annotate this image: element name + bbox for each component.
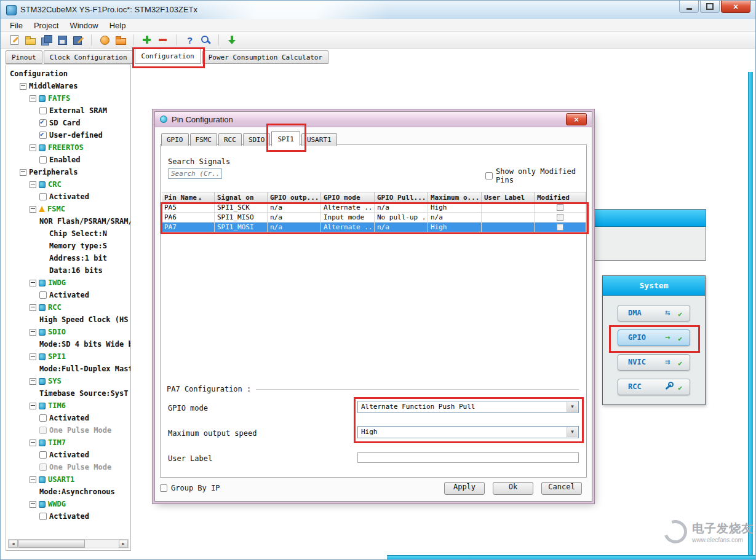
expander-icon[interactable] — [30, 403, 36, 409]
horizontal-scrollbar[interactable]: ◄ ► — [8, 539, 129, 548]
tree-item-iwdg[interactable]: IWDG — [6, 277, 130, 289]
generate-code-icon[interactable] — [98, 34, 111, 46]
tree-item-one-pulse-mode[interactable]: One Pulse Mode — [6, 461, 130, 473]
tab-power-consumption-calculator[interactable]: Power Consumption Calculator — [202, 50, 328, 64]
tree-item-user-defined[interactable]: User-defined — [6, 129, 130, 141]
tree-item-rcc[interactable]: RCC — [6, 301, 130, 314]
modified-checkbox[interactable] — [557, 204, 563, 211]
system-button-gpio[interactable]: GPIO✔ — [618, 329, 690, 346]
tree-item-crc[interactable]: CRC — [6, 178, 130, 191]
checkbox[interactable] — [39, 451, 47, 459]
tree-item-activated[interactable]: Activated — [6, 449, 130, 461]
apply-button[interactable]: Apply — [444, 482, 485, 495]
save-icon[interactable] — [56, 34, 68, 46]
expander-icon[interactable] — [20, 169, 26, 176]
expander-icon[interactable] — [30, 280, 36, 286]
pin-tab-usart1[interactable]: USART1 — [301, 133, 337, 146]
tree-item-fatfs[interactable]: FATFS — [6, 92, 130, 105]
checkbox[interactable] — [39, 119, 47, 127]
tree-item-enabled[interactable]: Enabled — [6, 154, 130, 166]
tree-item-fsmc[interactable]: FSMC — [6, 203, 130, 215]
expander-icon[interactable] — [30, 476, 36, 483]
tree-item-peripherals[interactable]: Peripherals — [6, 166, 130, 178]
pin-tab-fsmc[interactable]: FSMC — [190, 133, 218, 146]
tab-configuration[interactable]: Configuration — [135, 49, 201, 64]
tree-item-tim7[interactable]: TIM7 — [6, 436, 130, 449]
tree-item-activated[interactable]: Activated — [6, 289, 130, 301]
pin-tab-sdio[interactable]: SDIO — [243, 133, 271, 146]
tree-item-activated[interactable]: Activated — [6, 510, 130, 523]
pin-tab-gpio[interactable]: GPIO — [161, 133, 189, 146]
tree-item-high-speed-clock-hs[interactable]: High Speed Clock (HS — [6, 314, 130, 326]
download-icon[interactable] — [226, 34, 238, 46]
close-button[interactable] — [721, 1, 750, 13]
checkbox[interactable] — [39, 513, 47, 520]
search-input[interactable] — [168, 168, 222, 179]
tree-item-usart1[interactable]: USART1 — [6, 473, 130, 486]
scroll-right-arrow-icon[interactable]: ► — [119, 540, 128, 548]
column-header-modified[interactable]: Modified — [535, 192, 586, 202]
expander-icon[interactable] — [30, 95, 36, 102]
tree-item-mode-asynchronous[interactable]: Mode:Asynchronous — [6, 486, 130, 498]
expander-icon[interactable] — [30, 304, 36, 311]
column-header-gpio-mode[interactable]: GPIO mode — [321, 192, 375, 202]
expander-icon[interactable] — [30, 144, 36, 151]
tree-item-wwdg[interactable]: WWDG — [6, 498, 130, 510]
tree-item-activated[interactable]: Activated — [6, 412, 130, 424]
help-icon[interactable] — [183, 34, 196, 46]
update-project-icon[interactable] — [114, 34, 127, 46]
checkbox[interactable] — [39, 427, 47, 434]
add-icon[interactable] — [141, 34, 153, 46]
tab-pinout[interactable]: Pinout — [6, 50, 42, 64]
checkbox[interactable] — [39, 132, 47, 139]
scroll-left-arrow-icon[interactable]: ◄ — [9, 540, 18, 548]
expander-icon[interactable] — [30, 378, 36, 385]
minimize-button[interactable] — [679, 1, 699, 13]
tree-item-activated[interactable]: Activated — [6, 191, 130, 203]
tree-item-timebase-source-syst[interactable]: Timebase Source:SysT — [6, 387, 130, 400]
table-row-pa5[interactable]: PA5SPI1_SCKn/aAlternate ...n/aHigh — [162, 203, 586, 213]
new-file-icon[interactable] — [8, 34, 20, 46]
column-header-pin-name[interactable]: Pin Name▲ — [162, 192, 215, 202]
column-header-signal-on[interactable]: Signal on — [215, 192, 268, 202]
system-button-rcc[interactable]: RCC✔ — [618, 379, 690, 395]
group-by-ip-checkbox[interactable] — [160, 484, 167, 492]
tree-item-address-1-bit[interactable]: Address:1 bit — [6, 252, 130, 264]
table-row-pa7[interactable]: PA7SPI1_MOSIn/aAlternate ...n/aHigh — [162, 223, 586, 232]
cancel-button[interactable]: Cancel — [541, 482, 582, 495]
tree-item-tim6[interactable]: TIM6 — [6, 400, 130, 412]
checkbox[interactable] — [39, 414, 47, 422]
system-button-nvic[interactable]: NVIC✔ — [618, 354, 690, 371]
tab-clock-configuration[interactable]: Clock Configuration — [44, 50, 133, 64]
tree-item-nor-flash-psram-sram-ro[interactable]: NOR Flash/PSRAM/SRAM/RO — [6, 215, 130, 227]
pin-tab-rcc[interactable]: RCC — [218, 133, 242, 146]
table-row-pa6[interactable]: PA6SPI1_MISOn/aInput modeNo pull-up ...n… — [162, 213, 586, 223]
modified-checkbox[interactable] — [557, 224, 563, 231]
tree-item-mode-full-duplex-maste[interactable]: Mode:Full-Duplex Maste — [6, 363, 130, 375]
menu-project[interactable]: Project — [28, 21, 64, 30]
tree-item-one-pulse-mode[interactable]: One Pulse Mode — [6, 424, 130, 436]
user-label-input[interactable] — [357, 452, 579, 463]
open-icon[interactable] — [24, 34, 36, 46]
checkbox[interactable] — [39, 107, 47, 114]
tree-item-configuration[interactable]: Configuration — [6, 68, 130, 80]
expander-icon[interactable] — [30, 353, 36, 360]
tree-item-memory-type-s[interactable]: Memory type:S — [6, 240, 130, 252]
expander-icon[interactable] — [30, 329, 36, 336]
system-button-dma[interactable]: DMA✔ — [618, 305, 690, 321]
menu-help[interactable]: Help — [104, 21, 132, 30]
tree-item-middlewares[interactable]: MiddleWares — [6, 80, 130, 92]
ok-button[interactable]: Ok — [493, 482, 533, 495]
checkbox[interactable] — [39, 463, 47, 471]
expander-icon[interactable] — [20, 83, 26, 90]
tree-item-spi1[interactable]: SPI1 — [6, 350, 130, 363]
scroll-thumb[interactable] — [18, 540, 85, 548]
modified-checkbox[interactable] — [557, 214, 563, 221]
combo-gpio-mode[interactable]: Alternate Function Push Pull▼ — [357, 401, 579, 413]
expander-icon[interactable] — [30, 206, 36, 213]
search-icon[interactable] — [199, 34, 212, 46]
expander-icon[interactable] — [30, 440, 36, 446]
tree-item-sys[interactable]: SYS — [6, 375, 130, 387]
expander-icon[interactable] — [30, 181, 36, 188]
tree-item-external-sram[interactable]: External SRAM — [6, 105, 130, 117]
